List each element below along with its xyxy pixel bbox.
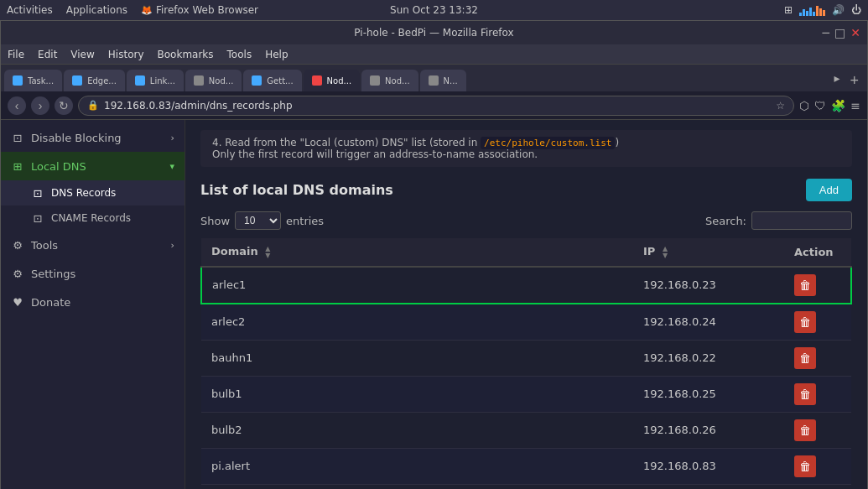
tab-favicon [194,75,204,86]
table-row: arlec1192.168.0.23🗑 [201,267,851,304]
forward-btn[interactable]: › [31,96,49,115]
cname-records-icon: ⊡ [31,211,44,225]
table-row: bauhn1192.168.0.22🗑 [201,340,851,376]
address-bar[interactable]: 🔒 192.168.0.83/admin/dns_records.php ☆ [78,96,794,116]
applications-btn[interactable]: Applications [66,4,127,16]
tools-icon: ⚙ [11,238,24,252]
os-sound-icon[interactable]: 🔊 [832,4,845,16]
search-input[interactable] [751,211,852,230]
cell-ip: 192.168.0.26 [633,412,784,448]
sidebar-item-cname-records[interactable]: ⊡ CNAME Records [1,205,185,231]
browser-tabs-bar: Task... Edge... Link... Nod... Gett... N… [1,65,867,91]
menu-help[interactable]: Help [265,49,288,60]
cell-domain: arlec1 [201,267,633,304]
menu-icon[interactable]: ≡ [850,99,860,112]
add-button[interactable]: Add [806,179,852,201]
delete-btn[interactable]: 🗑 [794,419,816,441]
table-row: bulb2192.168.0.26🗑 [201,412,851,448]
menu-view[interactable]: View [70,49,94,60]
browser-addressbar: ‹ › ↻ 🔒 192.168.0.83/admin/dns_records.p… [1,91,867,120]
sort-ip-icon: ▲▼ [663,246,668,259]
os-network-icon: ⊞ [784,4,793,16]
cell-action: 🗑 [784,340,851,376]
tab-edge[interactable]: Edge... [64,70,125,91]
cell-domain: bauhn1 [201,340,633,376]
tab-task[interactable]: Task... [4,70,62,91]
donate-label: Donate [31,296,70,309]
cell-action: 🗑 [784,376,851,412]
cpu-graph [799,4,825,16]
tab-nod1[interactable]: Nod... [185,70,242,91]
delete-btn[interactable]: 🗑 [794,274,816,296]
table-row: pi.alert192.168.0.83🗑 [201,448,851,484]
lock-icon: 🔒 [87,100,99,111]
tab-nod3[interactable]: Nod... [361,70,418,91]
browser-titlebar: Pi-hole - BedPi — Mozilla Firefox ─ □ ✕ [1,21,867,44]
tabs-overflow-icon[interactable]: ▸ [830,71,843,85]
sidebar-item-dns-records[interactable]: ⊡ DNS Records [1,180,185,205]
section-header: List of local DNS domains Add [200,179,852,201]
browser-content: ⊡ Disable Blocking › ⊞ Local DNS ▾ ⊡ DNS… [1,120,867,489]
activities-btn[interactable]: Activities [7,4,53,16]
cell-ip: 192.168.0.83 [633,448,784,484]
browser-label: 🦊 Firefox Web Browser [141,4,258,16]
col-action: Action [784,238,851,267]
menu-edit[interactable]: Edit [38,49,57,60]
tab-n[interactable]: N... [420,70,466,91]
local-dns-arrow: ▾ [169,161,174,172]
donate-icon: ♥ [11,295,24,309]
main-panel: 4. Read from the "Local (custom) DNS" li… [185,120,867,489]
sidebar: ⊡ Disable Blocking › ⊞ Local DNS ▾ ⊡ DNS… [1,120,185,489]
browser-window: Pi-hole - BedPi — Mozilla Firefox ─ □ ✕ … [0,20,868,489]
tab-favicon [72,75,82,86]
os-power-icon[interactable]: ⏻ [851,4,861,16]
col-domain[interactable]: Domain ▲▼ [201,238,633,267]
sidebar-item-donate[interactable]: ♥ Donate [1,288,185,316]
tools-label: Tools [31,239,58,252]
close-btn[interactable]: ✕ [850,26,860,39]
sidebar-item-tools[interactable]: ⚙ Tools › [1,231,185,259]
reload-btn[interactable]: ↻ [55,96,73,115]
tools-arrow: › [171,240,174,251]
cell-action: 🗑 [784,267,851,304]
tab-favicon [252,75,262,86]
delete-btn[interactable]: 🗑 [794,383,816,405]
maximize-btn[interactable]: □ [834,26,845,39]
sidebar-item-disable-blocking[interactable]: ⊡ Disable Blocking › [1,123,185,152]
pocket-icon[interactable]: ⬡ [799,99,809,112]
tab-gett[interactable]: Gett... [243,70,301,91]
menu-tools[interactable]: Tools [227,49,252,60]
cell-ip: 192.168.0.24 [633,304,784,341]
menu-bookmarks[interactable]: Bookmarks [158,49,214,60]
dns-records-icon: ⊡ [31,186,44,200]
sidebar-item-settings[interactable]: ⚙ Settings [1,259,185,288]
col-ip[interactable]: IP ▲▼ [633,238,784,267]
cell-domain: arlec2 [201,304,633,341]
table-row: arlec2192.168.0.24🗑 [201,304,851,341]
delete-btn[interactable]: 🗑 [794,455,816,477]
tab-link[interactable]: Link... [127,70,184,91]
entries-label: entries [286,215,324,227]
menu-history[interactable]: History [108,49,144,60]
shield-icon[interactable]: 🛡 [814,99,826,112]
minimize-btn[interactable]: ─ [823,26,829,39]
menu-file[interactable]: File [8,49,24,60]
cell-ip: 192.168.0.22 [633,340,784,376]
delete-btn[interactable]: 🗑 [794,347,816,369]
addon-icon[interactable]: 🧩 [831,99,845,112]
entries-select[interactable]: 10 25 50 100 [235,211,281,230]
disable-blocking-label: Disable Blocking [31,132,122,144]
tab-favicon [429,75,439,86]
bookmark-icon[interactable]: ☆ [776,100,785,112]
back-btn[interactable]: ‹ [8,96,26,115]
sidebar-item-local-dns[interactable]: ⊞ Local DNS ▾ [1,152,185,180]
dns-records-label: DNS Records [51,187,116,199]
tab-favicon [370,75,380,86]
settings-icon: ⚙ [11,267,24,280]
delete-btn[interactable]: 🗑 [794,311,816,333]
search-label: Search: [705,215,746,227]
local-dns-icon: ⊞ [11,159,24,173]
info-box: 4. Read from the "Local (custom) DNS" li… [200,130,852,167]
tab-pihole[interactable]: Nod... [304,70,360,91]
new-tab-btn[interactable]: + [845,70,864,91]
